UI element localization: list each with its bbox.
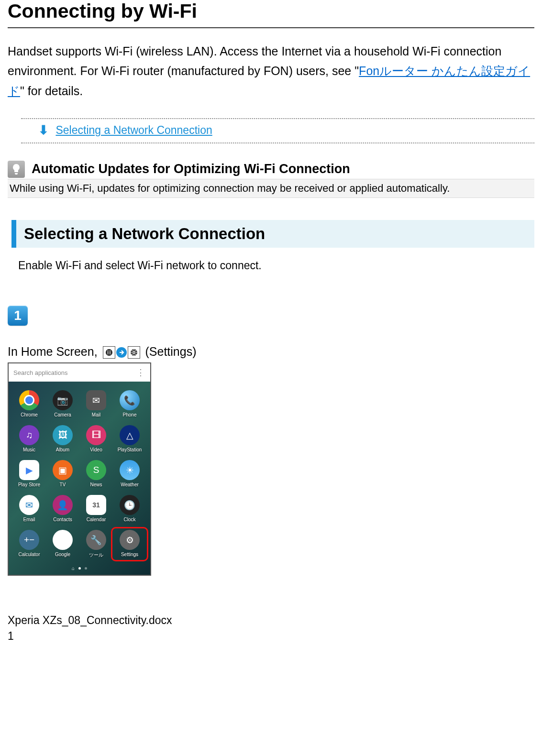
screenshot-app-clock: 🕒Clock xyxy=(114,495,145,522)
screenshot-app-mail: ✉Mail xyxy=(80,390,112,417)
app-label: Camera xyxy=(54,412,71,417)
app-label: Phone xyxy=(123,412,137,417)
app-label: Contacts xyxy=(53,517,72,522)
app-icon: ☀ xyxy=(120,460,140,480)
app-icon: G xyxy=(53,530,73,550)
screenshot-app-chrome: Chrome xyxy=(13,390,45,417)
svg-point-4 xyxy=(107,352,108,353)
app-icon: S xyxy=(86,460,106,480)
step-1-text: In Home Screen, (Settings) xyxy=(8,345,534,359)
intro-text-after: " for details. xyxy=(20,84,83,98)
svg-line-17 xyxy=(132,351,132,351)
pager-home-icon: ⌂ xyxy=(72,566,75,571)
app-icon: ▣ xyxy=(53,460,73,480)
screenshot-app-contacts: 👤Contacts xyxy=(47,495,78,522)
screenshot-app-video: 🎞Video xyxy=(80,425,112,452)
screenshot-app-music: ♫Music xyxy=(13,425,45,452)
app-label: Weather xyxy=(121,482,139,487)
app-label: TV xyxy=(60,482,66,487)
step-1-badge: 1 xyxy=(8,306,28,326)
screenshot-app-album: 🖼Album xyxy=(47,425,78,452)
lightbulb-icon xyxy=(8,161,25,178)
jump-link-section: ⬇ Selecting a Network Connection xyxy=(21,118,534,143)
section-heading: Selecting a Network Connection xyxy=(11,220,534,248)
screenshot-app-calendar: 31Calendar xyxy=(80,495,112,522)
svg-line-18 xyxy=(135,354,136,354)
app-label: Mail xyxy=(92,412,100,417)
app-icon: ⚙ xyxy=(120,530,140,550)
navigation-icons xyxy=(103,346,140,359)
app-label: Google xyxy=(55,552,70,557)
screenshot-app-google: GGoogle xyxy=(47,530,78,559)
svg-point-3 xyxy=(110,351,111,351)
app-icon: ✉ xyxy=(19,495,39,515)
svg-point-9 xyxy=(110,353,111,354)
intro-paragraph: Handset supports Wi-Fi (wireless LAN). A… xyxy=(8,42,534,101)
app-icon: ✉ xyxy=(86,390,106,410)
pager-dot xyxy=(85,567,87,570)
app-icon: 🕒 xyxy=(120,495,140,515)
screenshot-pager: ⌂ xyxy=(9,565,150,575)
app-label: News xyxy=(90,482,102,487)
screenshot-app-ツール: 🔧ツール xyxy=(80,530,112,559)
settings-gear-icon xyxy=(128,346,140,359)
screenshot-app-tv: ▣TV xyxy=(47,460,78,487)
svg-point-5 xyxy=(109,352,110,353)
screenshot-app-news: SNews xyxy=(80,460,112,487)
app-icon: 🖼 xyxy=(53,425,73,445)
app-icon: 🔧 xyxy=(86,530,106,550)
svg-point-6 xyxy=(110,352,111,353)
apps-grid-icon xyxy=(103,346,115,359)
info-body: While using Wi-Fi, updates for optimizin… xyxy=(8,179,534,198)
app-label: ツール xyxy=(89,552,103,559)
screenshot-app-phone: 📞Phone xyxy=(114,390,145,417)
app-label: Album xyxy=(56,447,69,452)
pager-dot xyxy=(78,567,81,570)
screenshot-app-camera: 📷Camera xyxy=(47,390,78,417)
screenshot-app-play-store: ▶Play Store xyxy=(13,460,45,487)
app-icon xyxy=(19,390,39,410)
down-arrow-icon: ⬇ xyxy=(38,123,49,138)
app-label: Calculator xyxy=(18,552,40,557)
app-icon: 🎞 xyxy=(86,425,106,445)
app-icon: 📞 xyxy=(120,390,140,410)
info-heading: Automatic Updates for Optimizing Wi-Fi C… xyxy=(32,162,350,176)
app-icon: 📷 xyxy=(53,390,73,410)
app-label: PlayStation xyxy=(118,447,142,452)
app-icon: △ xyxy=(120,425,140,445)
more-icon: ⋮ xyxy=(136,367,145,378)
app-label: Email xyxy=(23,517,35,522)
footer-filename: Xperia XZs_08_Connectivity.docx xyxy=(8,614,534,627)
app-icon: 👤 xyxy=(53,495,73,515)
app-icon: +− xyxy=(19,530,39,550)
step-1-text-after: (Settings) xyxy=(145,345,196,358)
app-label: Settings xyxy=(121,552,138,557)
arrow-right-icon xyxy=(115,346,128,359)
screenshot-search-placeholder: Search applications xyxy=(13,369,67,376)
screenshot-search-bar: Search applications ⋮ xyxy=(9,363,150,382)
app-label: Music xyxy=(23,447,35,452)
footer-page-number: 1 xyxy=(8,630,534,643)
page-title: Connecting by Wi-Fi xyxy=(8,0,534,28)
screenshot-app-settings: ⚙Settings xyxy=(111,527,148,561)
screenshot-app-playstation: △PlayStation xyxy=(114,425,145,452)
svg-point-7 xyxy=(107,353,108,354)
phone-screenshot: Search applications ⋮ Chrome📷Camera✉Mail… xyxy=(8,362,151,576)
screenshot-app-weather: ☀Weather xyxy=(114,460,145,487)
app-label: Calendar xyxy=(87,517,106,522)
svg-point-1 xyxy=(107,351,108,351)
app-label: Video xyxy=(90,447,102,452)
app-icon: ♫ xyxy=(19,425,39,445)
app-label: Clock xyxy=(123,517,135,522)
svg-line-20 xyxy=(135,351,136,351)
app-icon: 31 xyxy=(86,495,106,515)
app-label: Chrome xyxy=(21,412,38,417)
screenshot-app-calculator: +−Calculator xyxy=(13,530,45,559)
info-heading-row: Automatic Updates for Optimizing Wi-Fi C… xyxy=(8,161,534,178)
svg-point-8 xyxy=(109,353,110,354)
app-icon: ▶ xyxy=(19,460,39,480)
svg-point-2 xyxy=(109,351,110,351)
jump-link-selecting-network[interactable]: Selecting a Network Connection xyxy=(55,124,212,136)
svg-line-19 xyxy=(132,354,132,354)
screenshot-app-email: ✉Email xyxy=(13,495,45,522)
